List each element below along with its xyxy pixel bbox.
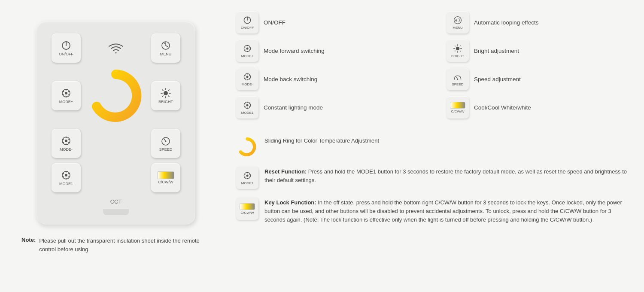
feat-desc-ccww: Cool/Cool White/white (474, 104, 531, 111)
svg-point-76 (244, 46, 245, 47)
svg-point-101 (244, 106, 245, 107)
feat-box-speed: SPEED (447, 68, 469, 90)
svg-point-109 (244, 176, 245, 177)
remote-btn-modeplus[interactable]: MODE+ (52, 81, 81, 110)
remote-btn-speed[interactable]: SPEED (151, 129, 180, 158)
svg-line-83 (460, 50, 461, 51)
svg-point-99 (249, 106, 250, 107)
reset-body: Press and hold the MODE1 button for 3 se… (264, 168, 627, 183)
feat-desc-mode1: Constant lighting mode (264, 104, 323, 111)
mode-icon-reset (243, 171, 252, 180)
ccww-gradient-box (157, 171, 174, 179)
feat-box-ccww-lbl: C/CW/W (451, 110, 464, 113)
svg-point-12 (164, 91, 168, 95)
btn-cell-mode1: MODE1 (49, 163, 83, 192)
sliding-ring-icon-box (236, 136, 258, 158)
remote-btn-mode1-label: MODE1 (59, 182, 73, 186)
descriptions-section: Sliding Ring for Color Temperature Adjus… (236, 132, 631, 228)
svg-point-38 (63, 173, 64, 174)
feat-desc-menu: Automatic looping effects (474, 19, 539, 26)
svg-point-30 (165, 141, 167, 142)
keylock-icon-label: C/CW/W (240, 211, 254, 215)
remote-btn-ccww[interactable]: C/CW/W (151, 163, 180, 192)
feat-row-bright: BRIGHT Bright adjustment (447, 37, 631, 64)
left-panel: ON/OFF (0, 0, 232, 292)
svg-point-26 (66, 144, 67, 145)
svg-point-36 (66, 178, 67, 179)
remote-btn-modeminus-label: MODE- (60, 147, 73, 152)
svg-point-24 (68, 139, 70, 140)
note-text: Please pull out the transparent insulati… (39, 237, 215, 253)
keylock-desc-text: Key Lock Function: In the off state, pre… (264, 198, 631, 224)
svg-point-106 (249, 173, 250, 174)
btn-cell-ccww: C/CW/W (149, 163, 182, 192)
svg-point-90 (249, 78, 250, 79)
svg-point-25 (68, 142, 70, 143)
feat-box-speed-lbl: SPEED (452, 82, 463, 86)
svg-line-20 (162, 96, 163, 97)
svg-line-17 (162, 90, 163, 91)
feat-box-modeminus-lbl: MODE- (242, 82, 253, 86)
svg-point-74 (247, 51, 248, 52)
feat-desc-modeminus: Mode back switching (264, 76, 317, 82)
feat-desc-modeplus: Mode forward switching (264, 48, 325, 54)
svg-point-27 (63, 142, 64, 143)
wifi-icon-remote (108, 42, 124, 55)
svg-point-94 (457, 79, 459, 80)
feat-row-speed: SPEED Speed adjustment (447, 65, 631, 93)
power-icon-f (243, 15, 252, 25)
svg-point-73 (249, 49, 250, 50)
remote-btn-onoff[interactable]: ON/OFF (52, 33, 81, 63)
feat-box-mode1-lbl: MODE1 (241, 111, 253, 115)
remote-btn-modeminus[interactable]: MODE- (52, 129, 81, 158)
svg-text:A: A (454, 18, 457, 22)
svg-point-9 (66, 96, 67, 97)
note-section: Note: Please pull out the transparent in… (17, 237, 215, 253)
ring-svg-remote (88, 68, 144, 124)
svg-point-8 (68, 94, 70, 96)
btn-cell-wifi (88, 33, 144, 63)
auto-icon-remote: A (160, 40, 171, 51)
btn-cell-bright: BRIGHT (149, 68, 182, 124)
svg-text:A: A (164, 42, 166, 45)
svg-point-88 (247, 73, 248, 74)
svg-point-96 (246, 104, 248, 106)
svg-point-75 (244, 49, 245, 50)
feat-box-mode1: MODE1 (236, 96, 258, 119)
sliding-ring-desc: Sliding Ring for Color Temperature Adjus… (264, 136, 379, 145)
feat-box-bright: BRIGHT (447, 40, 469, 62)
feat-desc-bright: Bright adjustment (474, 48, 519, 54)
note-label: Note: (21, 237, 36, 253)
remote-btn-bright[interactable]: BRIGHT (151, 81, 180, 110)
remote-btn-menu[interactable]: A MENU (151, 33, 180, 63)
sliding-ring-remote[interactable] (88, 68, 144, 124)
mode-icon-remote-2 (61, 135, 72, 146)
svg-point-89 (249, 75, 250, 76)
mode-icon-f1 (243, 44, 252, 53)
ccww-gradient (157, 171, 174, 179)
feat-box-onoff-lbl: ON/OFF (241, 26, 254, 30)
feat-row-menu: A MENU Automatic looping effects (447, 9, 631, 36)
feat-row-modeplus: MODE+ Mode forward switching (236, 37, 421, 64)
svg-point-105 (247, 172, 248, 173)
mode-icon-f2 (243, 72, 252, 82)
svg-point-11 (63, 91, 64, 92)
btn-cell-ring (88, 68, 144, 124)
feat-box-menu: A MENU (447, 11, 469, 33)
svg-point-7 (68, 91, 70, 92)
remote-btn-modeplus-label: MODE+ (59, 100, 73, 104)
remote-container: ON/OFF (17, 21, 215, 225)
svg-line-18 (168, 96, 169, 97)
svg-point-100 (247, 107, 248, 108)
keylock-body: In the off state, press and hold the bot… (264, 199, 622, 223)
remote-btn-speed-label: SPEED (159, 147, 173, 152)
svg-point-97 (247, 102, 248, 103)
feat-box-modeplus-lbl: MODE+ (241, 54, 254, 58)
svg-line-19 (168, 90, 169, 91)
sliding-ring-icon (237, 137, 257, 157)
svg-point-93 (244, 75, 245, 76)
remote-btn-mode1[interactable]: MODE1 (52, 163, 81, 192)
svg-point-110 (244, 173, 245, 174)
svg-point-87 (246, 76, 248, 78)
btn-cell-empty (88, 129, 144, 158)
